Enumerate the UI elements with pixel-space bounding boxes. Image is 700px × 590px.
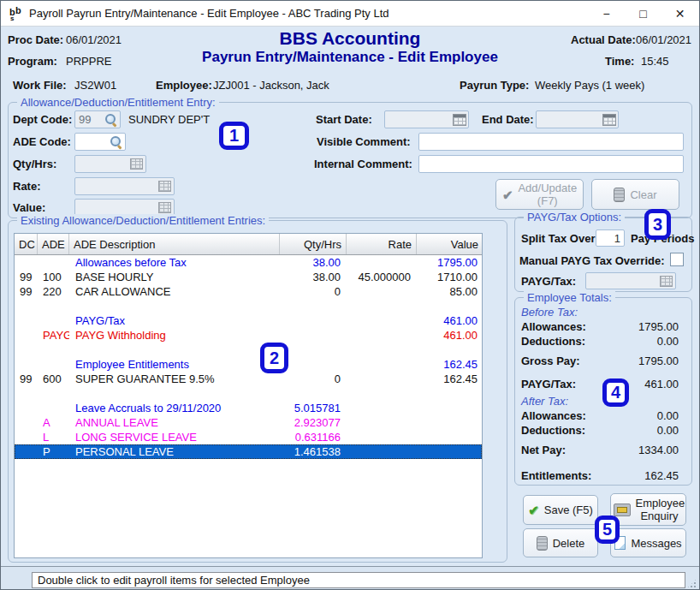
deductions-after-label: Deductions: [521, 424, 585, 437]
table-row[interactable]: Employee Entitlements162.45 [15, 357, 482, 372]
payrun-type-value: Weekly Pays (1 week) [535, 79, 644, 92]
qty-calculator-button[interactable] [128, 156, 145, 172]
table-row-selected[interactable]: PPERSONAL LEAVE1.461538 [15, 444, 482, 459]
dept-name: SUNDRY DEP'T [128, 113, 210, 126]
entries-table[interactable]: DC ADE ADE Description Qty/Hrs Rate Valu… [14, 233, 483, 558]
clear-button[interactable]: Clear [591, 179, 679, 210]
value-input[interactable] [75, 201, 156, 214]
payg-calculator-button[interactable] [657, 273, 675, 289]
close-button[interactable]: ✕ [661, 1, 699, 27]
table-row[interactable]: PAYG/Tax461.00 [15, 313, 482, 328]
table-row[interactable]: LLONG SERVICE LEAVE0.631166 [15, 430, 482, 444]
end-date-input[interactable] [537, 113, 600, 126]
table-row[interactable]: 99220CAR ALLOWANCE085.00 [15, 284, 482, 299]
visible-comment-field[interactable] [418, 133, 684, 151]
messages-button[interactable]: Messages [610, 528, 686, 557]
start-date-input[interactable] [385, 113, 450, 126]
annotation-4: 4 [602, 378, 629, 407]
status-message: Double click to edit payroll items for s… [32, 572, 685, 588]
annotation-1: 1 [219, 122, 249, 150]
maximize-button[interactable]: □ [624, 1, 662, 27]
end-date-field[interactable] [536, 110, 619, 128]
table-header: DC ADE ADE Description Qty/Hrs Rate Valu… [15, 234, 482, 255]
qty-hrs-input[interactable] [75, 158, 128, 170]
allowances-before-label: Allowances: [521, 320, 586, 333]
messages-label: Messages [631, 537, 681, 550]
dept-code-field[interactable] [74, 110, 121, 128]
cabinet-icon [614, 504, 631, 516]
app-icon: b b s [9, 6, 24, 21]
end-date-picker-button[interactable] [600, 111, 618, 128]
split-tax-field[interactable] [596, 229, 625, 247]
payg-tax-input[interactable] [586, 275, 657, 288]
dept-code-input[interactable] [75, 113, 102, 126]
start-date-field[interactable] [384, 110, 469, 128]
screen-title: Payrun Entry/Maintenance - Edit Employee [1, 49, 699, 66]
table-row[interactable]: 99600SUPER GUARANTEE 9.5%0162.45 [15, 372, 482, 386]
table-row[interactable] [15, 299, 482, 313]
table-row[interactable]: PAYGPAYG Withholding461.00 [15, 328, 482, 343]
rate-field[interactable] [74, 177, 175, 195]
dept-code-label: Dept Code: [13, 113, 72, 126]
start-date-picker-button[interactable] [450, 111, 468, 128]
manual-payg-override-checkbox[interactable] [670, 253, 684, 266]
employee-enquiry-label: Employee Enquiry [636, 497, 684, 522]
search-icon [110, 135, 122, 148]
calculator-icon [660, 276, 673, 287]
ade-code-input[interactable] [75, 135, 107, 148]
employee-label: Employee: [156, 79, 212, 92]
employee-enquiry-button[interactable]: Employee Enquiry [610, 493, 686, 526]
value-calculator-button[interactable] [156, 200, 174, 215]
value-label: Value: [13, 201, 45, 214]
payg-options-legend: PAYG/Tax Options: [524, 211, 625, 223]
payrun-type-label: Payrun Type: [460, 79, 529, 92]
table-row[interactable] [15, 386, 482, 401]
ade-code-lookup-button[interactable] [107, 134, 125, 150]
entry-group-legend: Allowance/Deduction/Entitlement Entry: [17, 96, 219, 109]
delete-button[interactable]: Delete [523, 528, 598, 557]
internal-comment-input[interactable] [419, 158, 683, 170]
table-row[interactable] [15, 343, 482, 357]
column-header-dc[interactable]: DC [15, 234, 38, 254]
split-tax-input[interactable] [596, 232, 624, 245]
after-tax-label: After Tax: [521, 395, 568, 408]
column-header-rate[interactable]: Rate [347, 234, 417, 254]
column-header-value[interactable]: Value [417, 234, 483, 254]
deductions-before-label: Deductions: [521, 335, 585, 348]
dept-code-lookup-button[interactable] [102, 111, 120, 128]
visible-comment-input[interactable] [419, 135, 683, 148]
title-bar[interactable]: b b s Payroll Payrun Entry/Maintenance -… [1, 1, 699, 27]
column-header-qty[interactable]: Qty/Hrs [280, 234, 347, 254]
gross-pay-value: 1795.00 [610, 355, 679, 367]
column-header-ade[interactable]: ADE [38, 234, 69, 254]
add-update-button[interactable]: ✔ Add/Update (F7) [495, 179, 584, 210]
payg-tax-field[interactable] [585, 272, 676, 289]
eraser-icon [537, 536, 548, 551]
calculator-icon [130, 158, 143, 170]
qty-hrs-field[interactable] [74, 155, 146, 173]
rate-input[interactable] [75, 180, 156, 193]
save-button[interactable]: ✔ Save (F5) [523, 495, 598, 525]
minimize-button[interactable]: − [587, 1, 626, 27]
start-date-label: Start Date: [316, 113, 372, 126]
table-row[interactable]: 99100BASE HOURLY38.0045.0000001710.00 [15, 270, 482, 284]
ade-code-field[interactable] [74, 133, 126, 151]
table-row[interactable]: Leave Accruals to 29/11/20205.015781 [15, 401, 482, 415]
column-header-description[interactable]: ADE Description [69, 234, 280, 254]
resize-grip[interactable] [686, 578, 697, 589]
payg-total-label: PAYG/Tax: [521, 378, 576, 390]
end-date-label: End Date: [482, 113, 534, 126]
allowances-before-value: 1795.00 [610, 320, 679, 333]
check-icon: ✔ [528, 504, 539, 516]
rate-calculator-button[interactable] [156, 178, 174, 194]
table-row[interactable]: AANNUAL LEAVE2.923077 [15, 415, 482, 430]
value-field[interactable] [74, 199, 175, 216]
qty-hrs-label: Qty/Hrs: [13, 158, 56, 170]
calendar-icon [453, 114, 466, 126]
annotation-2: 2 [260, 343, 288, 373]
check-icon: ✔ [502, 188, 513, 201]
split-tax-label: Split Tax Over [521, 232, 595, 245]
internal-comment-field[interactable] [418, 155, 684, 173]
entitlements-value: 162.45 [610, 469, 679, 482]
table-row[interactable]: Allowances before Tax38.001795.00 [15, 255, 482, 270]
